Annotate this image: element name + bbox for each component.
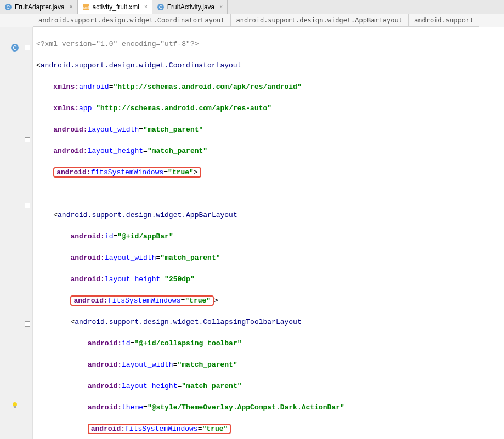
lightbulb-icon[interactable] xyxy=(10,400,20,410)
fold-icon[interactable]: - xyxy=(25,137,30,142)
breadcrumb[interactable]: android.support.design.widget.AppBarLayo… xyxy=(231,14,409,27)
breadcrumb-bar: android.support.design.widget.Coordinato… xyxy=(0,14,504,27)
highlight-box: android:fitsSystemWindows="true" xyxy=(88,424,231,434)
close-icon[interactable]: × xyxy=(70,4,73,10)
svg-text:xml: xml xyxy=(83,5,89,9)
svg-text:C: C xyxy=(159,4,163,10)
class-icon: C xyxy=(157,3,165,11)
code-area[interactable]: <?xml version="1.0" encoding="utf-8"?> <… xyxy=(33,27,504,439)
class-gutter-icon[interactable]: C xyxy=(10,43,20,53)
svg-rect-9 xyxy=(14,406,16,408)
highlight-box: android:fitsSystemWindows="true" xyxy=(70,295,214,306)
fold-icon[interactable]: - xyxy=(25,203,30,208)
breadcrumb[interactable]: android.support xyxy=(409,14,479,27)
fold-icon[interactable]: - xyxy=(25,45,30,50)
tab-label: FruitAdapter.java xyxy=(15,3,65,11)
class-icon: C xyxy=(4,3,12,11)
breadcrumb[interactable]: android.support.design.widget.Coordinato… xyxy=(33,14,231,27)
close-icon[interactable]: × xyxy=(144,4,148,10)
tab-label: FruitActivity.java xyxy=(167,3,214,11)
fold-icon[interactable]: - xyxy=(25,321,30,327)
tab-fruitactivity[interactable]: C FruitActivity.java × xyxy=(152,0,228,14)
editor-tabs: C FruitAdapter.java × xml activity_fruit… xyxy=(0,0,504,14)
xml-icon: xml xyxy=(82,3,90,11)
tab-activityfruit[interactable]: xml activity_fruit.xml × xyxy=(78,0,152,14)
editor: C - - - - <?xml version="1.0" encoding="… xyxy=(0,27,504,439)
gutter: C - - - - xyxy=(0,27,33,439)
highlight-box: android:fitsSystemWindows="true"> xyxy=(53,167,201,178)
svg-text:C: C xyxy=(7,4,10,10)
svg-text:C: C xyxy=(13,45,16,51)
tab-label: activity_fruit.xml xyxy=(93,3,139,11)
svg-point-8 xyxy=(13,402,17,407)
tab-fruitadapter[interactable]: C FruitAdapter.java × xyxy=(0,0,78,14)
close-icon[interactable]: × xyxy=(219,4,223,10)
